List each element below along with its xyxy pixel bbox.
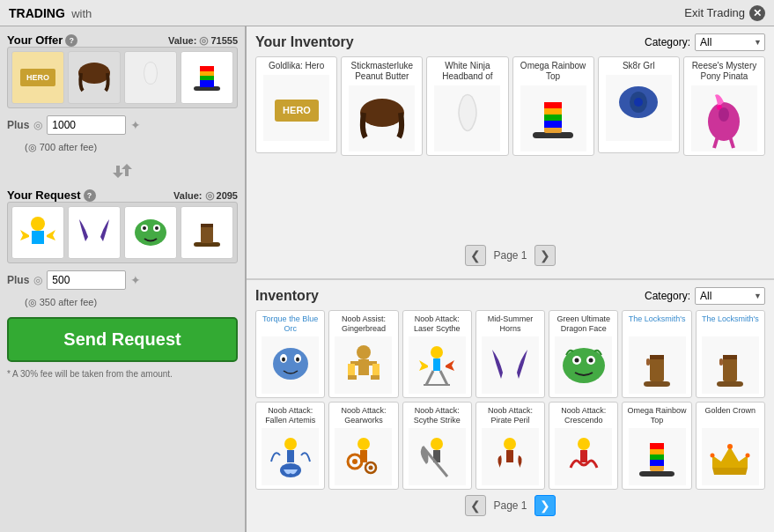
- svg-text:HERO: HERO: [26, 73, 49, 82]
- request-item-3[interactable]: [124, 206, 177, 259]
- svg-rect-22: [533, 132, 573, 138]
- inv-next-button[interactable]: ❯: [534, 495, 556, 516]
- inventory-category-select[interactable]: All: [695, 287, 765, 305]
- your-inventory-pagination: ❮ Page 1 ❯: [255, 240, 765, 271]
- inv2-item-gearworks[interactable]: Noob Attack: Gearworks: [328, 402, 398, 490]
- inv2-item-gingerbread[interactable]: Noob Assist: Gingerbread: [328, 310, 398, 398]
- svg-point-68: [352, 459, 358, 464]
- category-label: Category:: [645, 36, 690, 48]
- svg-rect-25: [544, 108, 562, 115]
- inv2-item-crescendo[interactable]: Noob Attack: Crescendo: [549, 402, 618, 490]
- your-inv-prev-button[interactable]: ❮: [465, 245, 486, 266]
- svg-rect-56: [650, 355, 664, 359]
- your-inventory-category-select[interactable]: All: [695, 33, 765, 51]
- svg-rect-63: [287, 450, 294, 462]
- svg-point-75: [578, 438, 590, 450]
- svg-rect-79: [650, 443, 664, 449]
- your-inv-next-button[interactable]: ❯: [534, 245, 556, 266]
- offer-item-2[interactable]: [68, 51, 121, 104]
- svg-point-53: [588, 358, 593, 362]
- fee-disclaimer: * A 30% fee will be taken from the amoun…: [7, 369, 238, 379]
- request-item-1[interactable]: [11, 206, 64, 259]
- svg-point-49: [563, 348, 605, 383]
- inv-prev-button[interactable]: ❮: [465, 495, 486, 516]
- svg-rect-24: [544, 102, 562, 108]
- send-request-button[interactable]: Send Request: [7, 317, 238, 362]
- offer-star-button[interactable]: ✦: [130, 118, 141, 132]
- offer-item-4[interactable]: [181, 51, 233, 104]
- inventory-category-wrapper[interactable]: All: [695, 287, 765, 305]
- request-plus-row: Plus ◎ 500 ✦: [7, 269, 238, 292]
- inv-item-sk8r-grl[interactable]: Sk8r Grl: [598, 56, 680, 153]
- request-star-button[interactable]: ✦: [130, 273, 141, 287]
- your-request-header: Your Request ? Value: ◎ 2095: [7, 188, 238, 202]
- offer-plus-row: Plus ◎ 1000 ✦: [7, 114, 238, 137]
- svg-point-84: [711, 453, 715, 457]
- request-help-icon[interactable]: ?: [84, 189, 96, 202]
- svg-rect-46: [371, 375, 380, 380]
- svg-rect-61: [719, 358, 723, 366]
- svg-rect-82: [650, 460, 664, 466]
- svg-rect-57: [646, 358, 650, 366]
- exit-label: Exit Trading: [684, 6, 745, 19]
- inv-category-label: Category:: [645, 290, 690, 302]
- svg-rect-76: [580, 450, 587, 462]
- svg-rect-74: [506, 450, 513, 462]
- your-offer-header: Your Offer ? Value: ◎ 71555: [7, 33, 238, 47]
- offer-plus-input[interactable]: 1000: [47, 115, 126, 135]
- inv2-item-omega-rainbow[interactable]: Omega Rainbow Top: [622, 402, 691, 490]
- your-request-label: Your Request: [7, 188, 81, 202]
- svg-point-83: [727, 444, 733, 449]
- arrow-divider: [7, 159, 238, 183]
- your-inventory-category-wrapper[interactable]: All: [695, 33, 765, 51]
- inv2-item-laser-scythe[interactable]: Noob Attack: Laser Scythe: [402, 310, 472, 398]
- header-title: TRADING with: [9, 6, 92, 20]
- svg-rect-7: [200, 76, 214, 80]
- svg-point-2: [78, 63, 110, 84]
- request-plus-input[interactable]: 500: [47, 270, 126, 290]
- offer-item-3[interactable]: [124, 51, 177, 104]
- offer-help-icon[interactable]: ?: [65, 34, 77, 47]
- svg-point-37: [282, 357, 285, 361]
- svg-point-62: [284, 438, 297, 450]
- svg-point-47: [431, 346, 443, 358]
- inv2-item-golden-crown[interactable]: Golden Crown: [696, 402, 765, 490]
- svg-point-30: [634, 98, 643, 107]
- inventory-items-grid: Torque the Blue Orc Noob Assist: Gingerb…: [255, 310, 765, 490]
- svg-point-34: [273, 348, 308, 380]
- inv-item-reeses-pony[interactable]: Reese's Mystery Pony Pinata: [683, 56, 765, 156]
- inv2-item-midsummer-horns[interactable]: Mid-Summer Horns: [475, 310, 545, 398]
- swap-arrows-icon: [109, 162, 136, 180]
- svg-rect-45: [348, 375, 357, 380]
- svg-point-21: [360, 99, 404, 127]
- offer-item-1[interactable]: HERO: [11, 51, 64, 104]
- svg-rect-80: [650, 449, 664, 454]
- request-item-4[interactable]: [181, 206, 233, 259]
- inv2-item-dragon-face[interactable]: Green Ultimate Dragon Face: [549, 310, 618, 398]
- svg-rect-27: [544, 121, 562, 128]
- exit-trading-button[interactable]: Exit Trading ✕: [684, 5, 765, 21]
- your-offer-label: Your Offer: [7, 33, 63, 47]
- inv2-item-locksmith-1[interactable]: The Locksmith's: [622, 310, 691, 398]
- svg-point-15: [155, 226, 158, 230]
- svg-rect-40: [358, 359, 369, 375]
- request-value-badge: Value: ◎ 2095: [173, 189, 238, 202]
- svg-rect-6: [200, 71, 214, 76]
- request-items-grid: [7, 202, 238, 263]
- inv-item-white-ninja[interactable]: White Ninja Headband of: [426, 56, 508, 156]
- left-panel: Your Offer ? Value: ◎ 71555 HERO: [0, 26, 247, 532]
- inv-item-goldlika[interactable]: Goldlika: Hero HERO: [255, 56, 337, 153]
- svg-point-9: [31, 217, 45, 231]
- inv2-item-scythe-strike[interactable]: Noob Attack: Scythe Strike: [402, 402, 472, 490]
- inv-item-stickmasterluke[interactable]: Stickmasterluke Peanut Butter: [341, 56, 423, 156]
- inv-item-omega-rainbow[interactable]: Omega Rainbow Top: [512, 56, 594, 156]
- inv2-item-fallen-artemis[interactable]: Noob Attack: Fallen Artemis: [255, 402, 325, 490]
- inventory-header: Inventory Category: All: [255, 287, 765, 305]
- inv2-item-locksmith-2[interactable]: The Locksmith's: [696, 310, 765, 398]
- svg-rect-77: [639, 471, 674, 477]
- request-item-2[interactable]: [68, 206, 121, 259]
- inv2-item-pirate-peril[interactable]: Noob Attack: Pirate Peril: [475, 402, 545, 490]
- svg-rect-60: [723, 355, 737, 359]
- inv2-item-torque[interactable]: Torque the Blue Orc: [255, 310, 325, 398]
- inventory-pagination: ❮ Page 1 ❯: [255, 490, 765, 521]
